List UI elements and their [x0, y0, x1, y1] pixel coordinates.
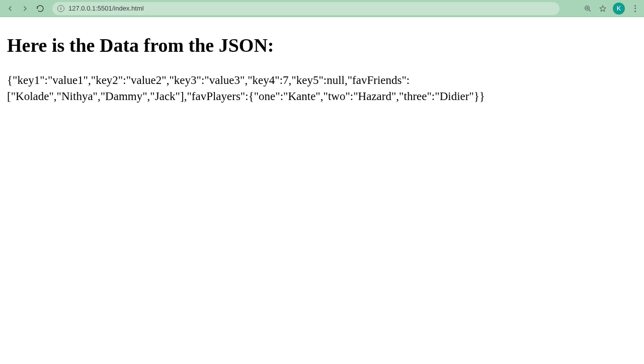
zoom-icon[interactable]: [583, 4, 593, 14]
address-bar[interactable]: i 127.0.0.1:5501/index.html: [52, 2, 559, 15]
browser-toolbar: i 127.0.0.1:5501/index.html K: [0, 0, 644, 17]
svg-line-1: [589, 10, 590, 11]
profile-avatar[interactable]: K: [613, 3, 625, 15]
url-text: 127.0.0.1:5501/index.html: [68, 5, 144, 12]
avatar-letter: K: [617, 5, 621, 12]
site-info-icon[interactable]: i: [57, 5, 64, 12]
toolbar-right: K: [583, 3, 640, 15]
page-title: Here is the Data from the JSON:: [7, 34, 637, 56]
svg-marker-4: [600, 6, 606, 12]
forward-button[interactable]: [19, 3, 31, 15]
bookmark-star-icon[interactable]: [598, 4, 608, 14]
reload-button[interactable]: [34, 3, 46, 15]
json-output-text: {"key1":"value1","key2":"value2","key3":…: [7, 72, 588, 105]
back-button[interactable]: [4, 3, 16, 15]
page-body: Here is the Data from the JSON: {"key1":…: [0, 17, 644, 112]
menu-kebab-icon[interactable]: [630, 4, 640, 14]
